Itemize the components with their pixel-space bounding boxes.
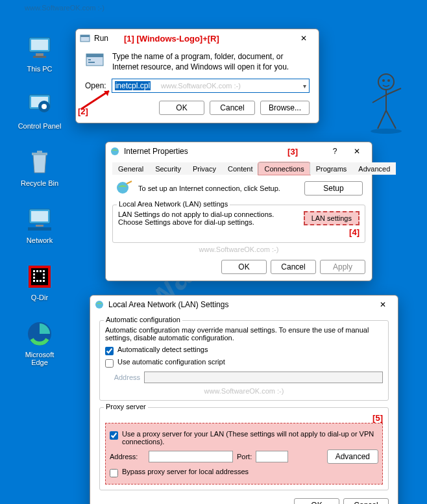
stick-figure: [363, 70, 409, 135]
run-title: Run: [94, 34, 108, 43]
globe-wand-icon: [115, 180, 133, 197]
svg-point-7: [42, 104, 47, 109]
svg-rect-24: [33, 280, 35, 282]
run-input-value: inetcpl.cpl: [115, 81, 151, 90]
lan-text: LAN Settings do not apply to dial-up con…: [118, 210, 297, 226]
svg-rect-25: [36, 280, 38, 282]
svg-line-46: [127, 181, 132, 184]
apply-button[interactable]: Apply: [320, 260, 365, 274]
svg-line-42: [386, 110, 396, 129]
desktop-icon-control-panel[interactable]: Control Panel: [17, 91, 62, 130]
auto-config-fieldset: Automatic configuration Automatic config…: [99, 320, 389, 401]
bypass-checkbox[interactable]: Bypass proxy server for local addresses: [110, 468, 378, 477]
lan-settings-dialog: Local Area Network (LAN) Settings ✕ Auto…: [90, 295, 398, 504]
annotation-4: [4]: [349, 227, 360, 237]
svg-rect-13: [28, 227, 51, 231]
ok-button[interactable]: OK: [294, 498, 339, 504]
ip-title: Internet Properties: [124, 147, 188, 156]
cancel-button[interactable]: Cancel: [210, 101, 255, 115]
internet-properties-dialog: Internet Properties [3] ? ✕ General Secu…: [105, 142, 372, 281]
annotation-3: [3]: [287, 147, 298, 157]
annotation-1: [1] [Windows-Logo]+[R]: [124, 34, 219, 44]
svg-rect-1: [31, 40, 48, 50]
close-button[interactable]: ✕: [372, 297, 394, 312]
cancel-button[interactable]: Cancel: [343, 498, 389, 504]
svg-rect-12: [36, 225, 43, 227]
tab-programs[interactable]: Programs: [310, 162, 353, 175]
tabs: General Security Privacy Content Connect…: [112, 162, 365, 175]
desktop-icon-edge[interactable]: Microsoft Edge: [17, 320, 62, 366]
auto-desc: Automatic configuration may override man…: [105, 326, 383, 342]
lan-title: Local Area Network (LAN) Settings: [108, 300, 228, 309]
svg-line-39: [372, 95, 386, 103]
auto-script-checkbox[interactable]: Use automatic configuration script: [105, 358, 383, 368]
svg-rect-32: [86, 54, 103, 57]
proxy-address-input[interactable]: [149, 451, 233, 462]
desktop-icon-qdir[interactable]: Q-Dir: [17, 262, 62, 301]
svg-rect-17: [36, 270, 38, 272]
svg-line-40: [386, 88, 401, 95]
tab-connections[interactable]: Connections: [258, 162, 310, 175]
run-icon: [80, 33, 90, 44]
svg-rect-30: [80, 35, 90, 37]
svg-point-35: [378, 74, 394, 90]
run-big-icon: [85, 51, 106, 72]
svg-rect-3: [33, 56, 46, 58]
tab-security[interactable]: Security: [149, 162, 187, 175]
control-panel-icon: [25, 91, 54, 120]
svg-rect-2: [36, 53, 43, 56]
proxy-port-input[interactable]: [256, 451, 288, 462]
run-input[interactable]: inetcpl.cpl www.SoftwareOK.com :-) ▾: [112, 79, 310, 93]
script-address-input: [144, 372, 383, 383]
address-label: Address: [105, 373, 140, 381]
svg-rect-26: [40, 280, 42, 282]
run-description: Type the name of a program, folder, docu…: [112, 51, 310, 72]
tab-content[interactable]: Content: [222, 162, 259, 175]
close-button[interactable]: ✕: [346, 144, 368, 159]
help-button[interactable]: ?: [324, 144, 346, 159]
svg-rect-27: [43, 280, 45, 282]
lan-settings-button[interactable]: LAN settings: [304, 211, 360, 225]
desktop-icon-recycle-bin[interactable]: Recycle Bin: [17, 148, 62, 187]
svg-point-37: [387, 79, 390, 82]
browse-button[interactable]: Browse...: [260, 101, 310, 115]
internet-icon: [94, 299, 104, 310]
tab-advanced[interactable]: Advanced: [352, 162, 396, 175]
svg-rect-34: [88, 62, 95, 63]
proxy-fieldset: Proxy server [5] Use a proxy server for …: [99, 407, 389, 490]
network-icon: [25, 205, 54, 234]
svg-rect-9: [37, 151, 42, 153]
lan-titlebar: Local Area Network (LAN) Settings ✕: [90, 296, 398, 314]
close-button[interactable]: ✕: [293, 31, 315, 46]
internet-icon: [110, 146, 120, 157]
svg-rect-33: [88, 59, 91, 60]
desktop-icon-network[interactable]: Network: [17, 205, 62, 244]
annotation-5: [5]: [372, 413, 383, 423]
svg-rect-21: [43, 273, 45, 275]
proxy-port-label: Port:: [237, 453, 252, 460]
setup-text: To set up an Internet connection, click …: [138, 184, 299, 192]
this-pc-icon: [25, 34, 54, 62]
desktop-icon-this-pc[interactable]: This PC: [17, 34, 62, 73]
advanced-button[interactable]: Advanced: [327, 449, 378, 464]
svg-point-36: [382, 79, 385, 82]
ok-button[interactable]: OK: [221, 260, 267, 274]
use-proxy-checkbox[interactable]: Use a proxy server for your LAN (These s…: [110, 430, 378, 446]
svg-rect-18: [40, 270, 42, 272]
tab-general[interactable]: General: [112, 162, 149, 175]
recycle-bin-icon: [25, 148, 54, 177]
svg-rect-19: [43, 270, 45, 272]
svg-rect-20: [33, 273, 35, 275]
run-titlebar: Run [1] [Windows-Logo]+[R] ✕: [76, 29, 319, 47]
qdir-icon: [25, 262, 54, 291]
setup-button[interactable]: Setup: [304, 181, 363, 195]
cancel-button[interactable]: Cancel: [271, 260, 316, 274]
run-dialog: Run [1] [Windows-Logo]+[R] ✕ Type the na…: [75, 29, 319, 123]
watermark-url: www.SoftwareOK.com :-): [25, 4, 104, 12]
ok-button[interactable]: OK: [159, 101, 204, 115]
auto-detect-checkbox[interactable]: Automatically detect settings: [105, 346, 383, 355]
edge-icon: [25, 320, 54, 348]
tab-privacy[interactable]: Privacy: [187, 162, 222, 175]
svg-rect-23: [43, 277, 45, 279]
chevron-down-icon[interactable]: ▾: [303, 82, 306, 90]
